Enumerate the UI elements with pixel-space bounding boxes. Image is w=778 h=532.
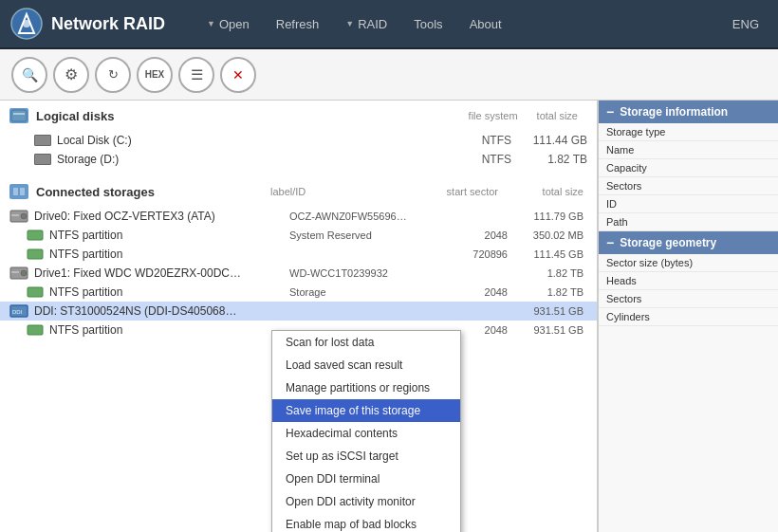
ctx-load[interactable]: Load saved scan result	[272, 354, 460, 376]
nav-raid[interactable]: ▼ RAID	[332, 0, 400, 48]
disk-fs-c: NTFS	[398, 134, 511, 147]
hex-button[interactable]: HEX	[137, 57, 173, 93]
search-button[interactable]: 🔍	[11, 57, 47, 93]
disk-size-d: 1.82 TB	[511, 153, 587, 166]
ddi-name: DDI: ST31000524NS (DDI-DS405068…	[34, 304, 289, 318]
collapse-storage-info[interactable]: −	[606, 105, 614, 119]
ctx-ddi-activity[interactable]: Open DDI activity monitor	[272, 490, 460, 513]
info-capacity: Capacity	[599, 159, 778, 177]
collapse-storage-geometry[interactable]: −	[606, 236, 614, 249]
storage-drive1[interactable]: Drive1: Fixed WDC WD20EZRX-00DC… WD-WCC1…	[0, 264, 597, 283]
drive0-size: 111.79 GB	[508, 211, 584, 222]
ctx-iscsi[interactable]: Set up as iSCSI target	[272, 445, 460, 468]
col-start-header: start sector	[413, 186, 498, 197]
settings-button[interactable]: ⚙	[53, 57, 89, 93]
svg-rect-15	[11, 271, 19, 273]
nav-raid-arrow: ▼	[345, 19, 354, 28]
app-logo: Network RAID	[9, 7, 184, 41]
col-total-size-label: total size	[537, 110, 578, 121]
scan-button[interactable]: ↻	[95, 57, 131, 93]
drive0-name: Drive0: Fixed OCZ-VERTEX3 (ATA)	[34, 210, 289, 223]
scan-icon: ↻	[108, 67, 119, 82]
storage-ntfs3[interactable]: NTFS partition Storage 2048 1.82 TB	[0, 283, 597, 302]
nav-tools[interactable]: Tools	[400, 0, 455, 48]
left-panel: Logical disks file system total size Loc…	[0, 101, 598, 532]
ntfs2-start: 720896	[422, 248, 508, 260]
svg-rect-12	[28, 249, 43, 259]
ntfs3-start: 2048	[422, 286, 508, 298]
info-id: ID	[599, 195, 778, 213]
toolbar: 🔍 ⚙ ↻ HEX ☰ ✕	[0, 49, 778, 101]
col-filesystem-label: file system	[469, 110, 518, 121]
nav-menu: ▼ Open Refresh ▼ RAID Tools About	[194, 0, 723, 48]
storage-ddi[interactable]: DDI DDI: ST31000524NS (DDI-DS405068… 931…	[0, 302, 597, 321]
svg-point-14	[21, 270, 27, 276]
ntfs3-name: NTFS partition	[49, 285, 289, 299]
svg-rect-10	[11, 214, 19, 216]
ntfs1-icon	[27, 229, 44, 241]
ctx-scan[interactable]: Scan for lost data	[272, 331, 460, 354]
ddi-size: 931.51 GB	[508, 305, 584, 317]
drive1-name: Drive1: Fixed WDC WD20EZRX-00DC…	[34, 266, 289, 280]
info-storage-type: Storage type	[599, 123, 778, 141]
disk-item-c[interactable]: Local Disk (C:) NTFS 111.44 GB	[0, 131, 597, 150]
ntfs1-start: 2048	[422, 229, 508, 241]
svg-text:DDI: DDI	[12, 309, 23, 315]
storage-ntfs2[interactable]: NTFS partition 720896 111.45 GB	[0, 245, 597, 264]
info-path: Path	[599, 213, 778, 231]
connected-storages-header: Connected storages label/ID start sector…	[0, 176, 597, 207]
svg-point-2	[23, 20, 30, 28]
navbar: Network RAID ▼ Open Refresh ▼ RAID Tools…	[0, 0, 778, 49]
ntfs2-name: NTFS partition	[49, 248, 289, 261]
disk-fs-d: NTFS	[398, 153, 511, 166]
drive0-label: OCZ-AWNZ0FW55696…	[289, 211, 422, 222]
storage-drive0[interactable]: Drive0: Fixed OCZ-VERTEX3 (ATA) OCZ-AWNZ…	[0, 207, 597, 226]
disk-size-c: 111.44 GB	[511, 134, 587, 147]
disk-icon-d	[34, 154, 51, 165]
logical-disks-icon	[9, 108, 28, 123]
nav-open[interactable]: ▼ Open	[194, 0, 263, 48]
search-icon: 🔍	[22, 67, 38, 83]
svg-rect-4	[13, 113, 25, 115]
list-button[interactable]: ☰	[178, 57, 214, 93]
storage-info-header: − Storage information	[599, 101, 778, 123]
hex-icon: HEX	[145, 69, 165, 80]
info-sector-size: Sector size (bytes)	[599, 254, 778, 272]
svg-rect-19	[28, 325, 43, 335]
close-button[interactable]: ✕	[220, 57, 256, 93]
drive0-icon	[9, 210, 28, 223]
info-heads: Heads	[599, 272, 778, 290]
logical-disks-header: Logical disks file system total size	[0, 101, 597, 131]
nav-about[interactable]: About	[456, 0, 515, 48]
drive1-icon	[9, 266, 28, 280]
info-cylinders: Cylinders	[599, 308, 778, 326]
storage-ntfs1[interactable]: NTFS partition System Reserved 2048 350.…	[0, 226, 597, 245]
col-size-header: total size	[508, 186, 584, 197]
app-title: Network RAID	[51, 14, 165, 34]
svg-rect-11	[28, 230, 43, 240]
col-label-header: label/ID	[270, 186, 403, 197]
right-panel: − Storage information Storage type Name …	[598, 101, 778, 532]
connected-storages-icon	[9, 184, 28, 199]
ntfs3-icon	[27, 286, 44, 298]
svg-rect-16	[28, 287, 43, 297]
ctx-save-image[interactable]: Save image of this storage	[272, 399, 460, 422]
ntfs1-name: NTFS partition	[49, 229, 289, 242]
ctx-bad-blocks[interactable]: Enable map of bad blocks	[272, 513, 460, 532]
ntfs3-label: Storage	[289, 286, 422, 298]
ntfs2-icon	[27, 248, 44, 260]
info-sectors-geom: Sectors	[599, 290, 778, 308]
svg-rect-7	[20, 188, 25, 195]
disk-item-d[interactable]: Storage (D:) NTFS 1.82 TB	[0, 150, 597, 169]
svg-rect-3	[11, 110, 27, 121]
list-icon: ☰	[191, 66, 203, 83]
nav-refresh[interactable]: Refresh	[263, 0, 333, 48]
ctx-hex[interactable]: Hexadecimal contents	[272, 422, 460, 445]
ctx-manage[interactable]: Manage partitions or regions	[272, 376, 460, 399]
logical-disks-title: Logical disks	[36, 109, 114, 123]
storage-info-title: Storage information	[620, 105, 728, 119]
ctx-ddi-terminal[interactable]: Open DDI terminal	[272, 468, 460, 490]
ntfs4-name: NTFS partition	[49, 323, 289, 337]
svg-rect-6	[13, 188, 18, 195]
lang-selector[interactable]: ENG	[723, 17, 769, 31]
